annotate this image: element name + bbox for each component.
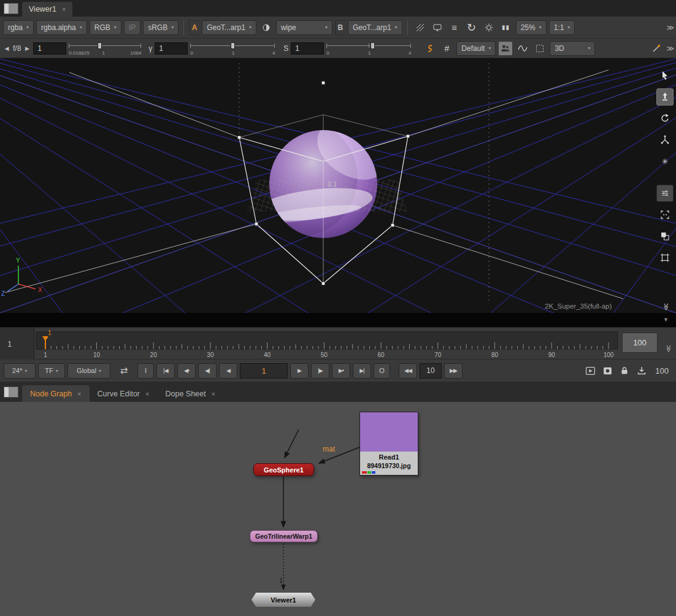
scale-tool[interactable] [656, 131, 674, 148]
tab-viewer1[interactable]: Viewer1 × [22, 2, 72, 17]
flipbook-button[interactable] [583, 363, 597, 378]
wipe-mode-dropdown[interactable]: wipe▾ [276, 20, 332, 35]
channels-dropdown[interactable]: rgba▾ [3, 20, 34, 35]
set-out-point-button[interactable]: O [374, 363, 390, 379]
overlay-squares-button[interactable] [656, 228, 674, 245]
lut-preset-dropdown[interactable]: Default▾ [456, 41, 496, 56]
alpha-channel-dropdown[interactable]: rgba.alpha▾ [36, 20, 87, 35]
pane-layout-icon[interactable] [4, 3, 18, 14]
guides-grid-icon[interactable]: # [439, 41, 454, 56]
chevron-down-icon: ▾ [539, 25, 542, 30]
lock-range-button[interactable] [617, 363, 632, 378]
frame-increment-field[interactable]: 10 [420, 363, 442, 379]
toolbar-overflow-icon[interactable]: ≫ [666, 44, 673, 53]
set-in-point-button[interactable]: I [137, 363, 154, 379]
node-geosphere1[interactable]: GeoSphere1 [253, 463, 314, 476]
input-process-toggle[interactable]: IP [124, 20, 140, 35]
marquee-select-icon[interactable] [532, 41, 547, 56]
close-icon[interactable]: × [62, 6, 66, 13]
saturation-slider-handle[interactable] [371, 42, 375, 49]
roi-icon[interactable] [413, 20, 428, 35]
node-read1[interactable]: Read1 894919730.jpg [359, 412, 418, 475]
gain-curve-icon[interactable] [422, 41, 437, 56]
fps-dropdown[interactable]: 24*▾ [4, 363, 36, 379]
play-forward-button[interactable]: ▶ [290, 363, 309, 379]
node-viewer1[interactable]: Viewer1 [252, 593, 315, 607]
zoom-level-dropdown[interactable]: 25%▾ [516, 20, 547, 35]
tab-node-graph[interactable]: Node Graph × [22, 385, 90, 402]
display-style-dropdown[interactable]: RGB▾ [90, 20, 121, 35]
tab-dope-sheet-label: Dope Sheet [165, 390, 205, 398]
axis-x-label: X [38, 287, 42, 293]
jump-back-button[interactable]: ◀◀ [399, 363, 417, 379]
frame-view-button[interactable] [656, 249, 674, 266]
viewer-controls-button[interactable] [656, 185, 674, 202]
scanlines-icon[interactable]: ≡ [447, 20, 462, 35]
proxy-monitor-icon[interactable] [430, 20, 445, 35]
sample-wand-icon[interactable] [649, 41, 664, 56]
prev-stop-icon[interactable]: ◀ [3, 45, 10, 52]
close-icon[interactable]: × [145, 390, 149, 398]
region-corners-button[interactable] [656, 206, 674, 223]
view-dimension-dropdown[interactable]: 3D▾ [550, 41, 595, 56]
node-geotrilinearwarp1[interactable]: GeoTrilinearWarp1 [250, 530, 318, 542]
viewer-3d-viewport[interactable]: 0.1 Y X Z 2K_Super_35(full-ap) [0, 58, 676, 313]
capture-button[interactable] [600, 363, 615, 378]
render-write-button[interactable] [634, 363, 649, 378]
loop-mode-icon[interactable]: ⇄ [117, 363, 131, 378]
node-graph-canvas[interactable]: mat 1 Read1 894919730.jpg GeoSphere1 Geo… [0, 402, 676, 616]
timeline-range-end[interactable]: 100 [622, 333, 658, 353]
current-frame-field[interactable]: 1 [240, 363, 288, 379]
range-scope-dropdown[interactable]: Global▾ [67, 363, 110, 379]
refresh-icon[interactable]: ↻ [464, 20, 479, 35]
input-a-dropdown[interactable]: GeoT...arp1▾ [202, 20, 256, 35]
dropdown-triangle-icon[interactable]: ▼ [663, 317, 669, 323]
snap-tool[interactable] [656, 153, 674, 170]
tab-dope-sheet[interactable]: Dope Sheet × [157, 385, 223, 402]
go-to-end-button[interactable]: ▶| [353, 363, 371, 379]
next-stop-icon[interactable]: ▶ [23, 45, 31, 52]
step-back-button[interactable]: ◀| [198, 363, 217, 379]
timeline-collapse-icon[interactable]: ≫ [665, 345, 674, 352]
chevron-down-icon: ▾ [567, 25, 570, 30]
rotate-tool[interactable] [656, 110, 674, 127]
lut-curve-icon[interactable] [515, 41, 530, 56]
pause-icon[interactable]: ▮▮ [499, 20, 513, 35]
select-tool[interactable] [656, 67, 674, 84]
viewer-colorspace-dropdown[interactable]: sRGB▾ [143, 20, 179, 35]
saturation-input[interactable]: 1 [291, 42, 324, 55]
gamma-slider[interactable]: 0 1 4 [190, 40, 275, 57]
input-b-dropdown[interactable]: GeoT...arp1▾ [348, 20, 402, 35]
pane-layout-icon[interactable] [4, 387, 18, 398]
next-keyframe-button[interactable]: ▶• [332, 363, 350, 379]
aperture-label: f/8 [13, 44, 21, 53]
gamma-slider-handle[interactable] [231, 42, 235, 49]
chevron-down-icon: ▾ [588, 45, 590, 51]
gear-icon[interactable] [482, 20, 496, 35]
previous-keyframe-button[interactable]: ◀• [177, 363, 196, 379]
pixel-aspect-dropdown[interactable]: 1:1▾ [549, 20, 575, 35]
occlusion-people-icon[interactable] [498, 41, 513, 56]
timeline-range-start[interactable]: 1 [0, 328, 34, 360]
read1-channel-strip [362, 471, 375, 474]
saturation-slider[interactable]: 0 1 4 [326, 40, 411, 57]
jump-forward-button[interactable]: ▶▶ [444, 363, 463, 379]
tf-dropdown[interactable]: TF▾ [38, 363, 65, 379]
timeline-ruler[interactable]: 11020304050607080901001 [36, 330, 618, 360]
tab-curve-editor[interactable]: Curve Editor × [90, 385, 158, 402]
saturation-label: S [283, 44, 288, 53]
gain-slider-handle[interactable] [98, 42, 102, 49]
close-icon[interactable]: × [212, 390, 215, 398]
viewport-collapse-icon[interactable]: ≫ [663, 303, 671, 310]
bottom-pane: Node Graph × Curve Editor × Dope Sheet × [0, 382, 676, 616]
close-icon[interactable]: × [77, 390, 81, 398]
wipe-icon[interactable] [259, 20, 274, 35]
gamma-input[interactable]: 1 [155, 42, 188, 55]
step-forward-button[interactable]: |▶ [311, 363, 329, 379]
go-to-start-button[interactable]: |◀ [156, 363, 175, 379]
gain-slider[interactable]: 0.016625 1 1064 [69, 40, 141, 57]
gain-input[interactable]: 1 [33, 42, 66, 55]
translate-tool[interactable] [656, 88, 674, 106]
play-backward-button[interactable]: ◀ [219, 363, 237, 379]
toolbar-overflow-icon[interactable]: ≫ [666, 23, 673, 32]
